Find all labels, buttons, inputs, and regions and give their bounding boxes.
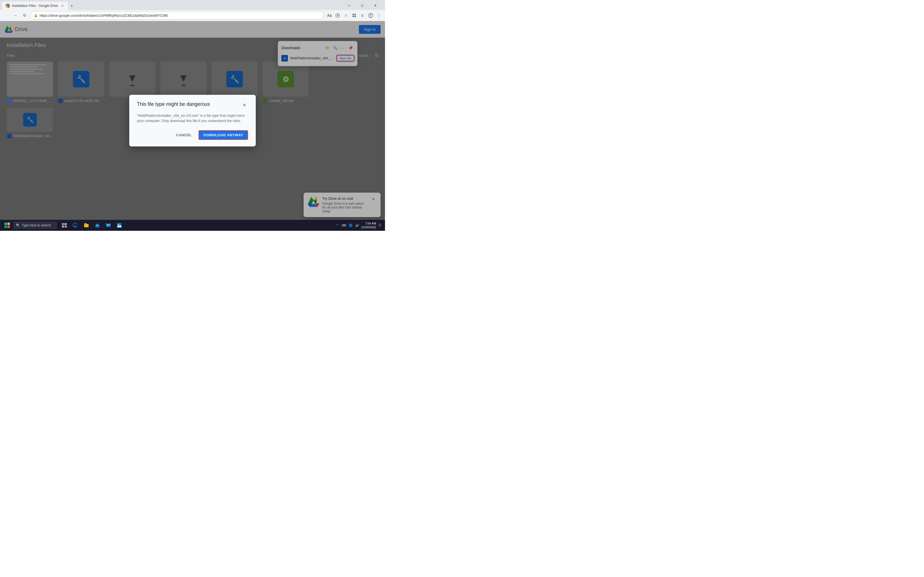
task-view-icon[interactable]	[60, 220, 69, 230]
close-button[interactable]: ✕	[369, 1, 382, 10]
taskbar-search-text: Type here to search	[22, 223, 51, 227]
svg-rect-2	[354, 14, 356, 15]
svg-rect-3	[352, 16, 354, 17]
dialog-title: This file type might be dangerous	[137, 102, 210, 107]
dialog-body: "WebPlatformInstaller_x64_en-US.msi" is …	[137, 113, 248, 124]
svg-point-17	[118, 224, 119, 225]
edge-taskbar-icon[interactable]	[70, 220, 80, 230]
task-view-svg	[62, 223, 67, 227]
menu-icon[interactable]: ⋮	[375, 11, 383, 19]
dialog-actions: CANCEL DOWNLOAD ANYWAY	[137, 130, 248, 140]
svg-rect-1	[352, 14, 354, 15]
collections-icon[interactable]	[351, 11, 358, 19]
svg-rect-7	[62, 223, 64, 225]
back-button[interactable]: ←	[2, 11, 10, 19]
photos-taskbar-icon[interactable]	[115, 220, 124, 230]
search-icon: 🔍	[16, 223, 20, 227]
svg-rect-10	[65, 226, 67, 227]
dialog-header: This file type might be dangerous ✕	[137, 102, 248, 109]
svg-rect-12	[84, 224, 86, 225]
tab-bar: Installation Files - Google Drive ✕ + — …	[0, 0, 385, 10]
page-content: Drive Sign in Installation Files Files N…	[0, 21, 385, 231]
network-icon[interactable]: 🌐	[348, 222, 354, 228]
downloads-icon[interactable]: ⇓	[359, 11, 366, 19]
svg-rect-8	[65, 223, 67, 225]
explorer-taskbar-icon[interactable]	[81, 220, 91, 230]
download-anyway-button[interactable]: DOWNLOAD ANYWAY	[199, 130, 248, 140]
browser-chrome: Installation Files - Google Drive ✕ + — …	[0, 0, 385, 21]
taskbar-time-text: 7:04 AM	[365, 221, 376, 225]
tab-close-icon[interactable]: ✕	[60, 3, 65, 8]
toolbar-icons: Aa ☆ ⇓	[326, 11, 383, 19]
address-bar: ← → ↻ 🔒 https://drive.google.com/drive/f…	[0, 10, 385, 21]
svg-rect-4	[354, 16, 356, 17]
keyboard-icon[interactable]: ⌨	[341, 222, 347, 228]
profile-icon[interactable]	[367, 11, 375, 19]
minimize-button[interactable]: —	[342, 1, 355, 10]
svg-rect-14	[96, 225, 99, 226]
active-tab[interactable]: Installation Files - Google Drive ✕	[2, 2, 68, 10]
system-tray: ^ ⌨ 🌐 🔊	[335, 222, 360, 228]
reader-mode-icon[interactable]: Aa	[326, 11, 333, 19]
notification-icon[interactable]: 🗨	[377, 222, 383, 228]
store-taskbar-icon[interactable]	[92, 220, 102, 230]
warning-dialog: This file type might be dangerous ✕ "Web…	[129, 95, 256, 147]
cancel-button[interactable]: CANCEL	[171, 131, 196, 139]
svg-point-6	[370, 14, 372, 16]
taskbar-search[interactable]: 🔍 Type here to search	[13, 221, 57, 229]
restore-button[interactable]: ◻	[356, 1, 368, 10]
taskbar-clock[interactable]: 7:04 AM 12/29/2022	[361, 221, 376, 229]
favorites-icon[interactable]: ☆	[342, 11, 350, 19]
tab-title: Installation Files - Google Drive	[12, 4, 58, 8]
taskbar: 🔍 Type here to search	[0, 220, 385, 231]
url-text: https://drive.google.com/drive/folders/1…	[40, 13, 320, 18]
new-tab-button[interactable]: +	[68, 2, 76, 10]
tab-favicon	[5, 3, 10, 8]
svg-rect-9	[62, 226, 65, 227]
url-bar[interactable]: 🔒 https://drive.google.com/drive/folders…	[30, 11, 324, 19]
tray-chevron-icon[interactable]: ^	[335, 222, 340, 228]
forward-button[interactable]: →	[11, 11, 19, 19]
volume-icon[interactable]: 🔊	[354, 222, 360, 228]
mail-taskbar-icon[interactable]	[103, 220, 113, 230]
windows-logo-icon	[5, 222, 10, 228]
reload-button[interactable]: ↻	[21, 11, 29, 19]
start-button[interactable]	[2, 220, 12, 230]
extensions-icon[interactable]	[334, 11, 342, 19]
modal-overlay: This file type might be dangerous ✕ "Web…	[0, 21, 385, 220]
svg-rect-13	[95, 224, 99, 227]
taskbar-date-text: 12/29/2022	[361, 225, 376, 229]
dialog-close-button[interactable]: ✕	[240, 102, 248, 109]
